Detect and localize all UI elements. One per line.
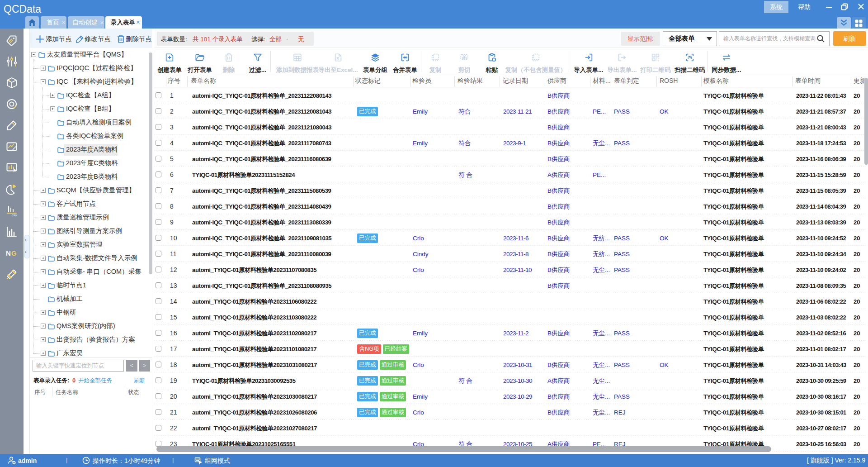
svg-text:CPK: CPK [12,214,17,217]
svg-text:N: N [6,249,11,257]
svg-text:G: G [11,249,17,257]
